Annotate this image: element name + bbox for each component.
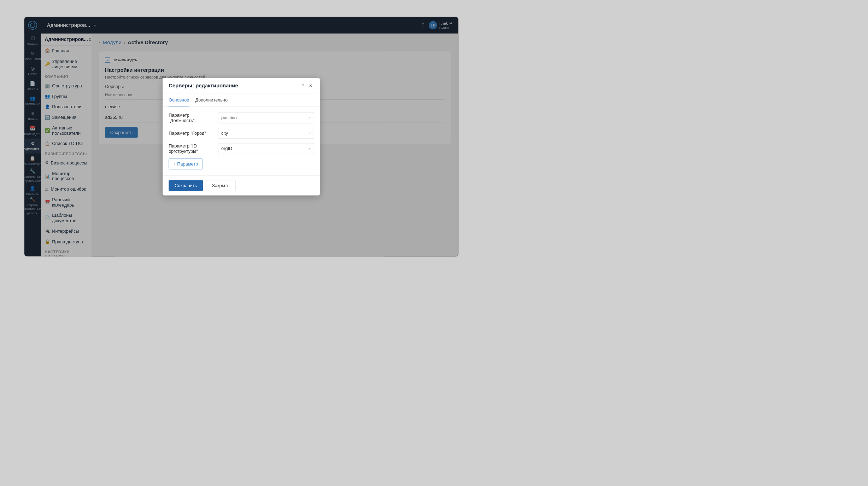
modal-tabs: Основное Дополнительно	[163, 94, 320, 106]
modal-title: Серверы: редактирование	[169, 83, 238, 89]
clear-position-button[interactable]: ×	[305, 115, 314, 120]
form-input-orgid[interactable]	[218, 143, 306, 154]
form-row-city: Параметр "Город" ×	[169, 128, 314, 139]
form-label-city: Параметр "Город"	[169, 131, 213, 136]
form-label-orgid: Параметр "ID оргструктуры"	[169, 143, 213, 154]
form-row-position: Параметр "Должность" ×	[169, 112, 314, 123]
add-param-button[interactable]: + Параметр	[169, 158, 203, 169]
form-input-city[interactable]	[218, 128, 306, 139]
form-input-wrapper-orgid: ×	[218, 143, 314, 154]
form-label-position: Параметр "Должность"	[169, 112, 213, 123]
modal-footer: Сохранить Закрыть	[163, 175, 320, 196]
modal-help-icon[interactable]: ?	[302, 83, 304, 88]
form-input-position[interactable]	[218, 112, 306, 123]
form-input-wrapper-position: ×	[218, 112, 314, 123]
modal-close-button[interactable]: ×	[307, 82, 314, 89]
modal-save-button[interactable]: Сохранить	[169, 180, 203, 191]
modal-tab-basic[interactable]: Основное	[169, 94, 189, 106]
modal-overlay: Серверы: редактирование ? × Основное Доп…	[24, 17, 458, 256]
modal-tab-additional[interactable]: Дополнительно	[195, 94, 228, 106]
form-input-wrapper-city: ×	[218, 128, 314, 139]
modal-header: Серверы: редактирование ? ×	[163, 78, 320, 94]
modal-header-actions: ? ×	[302, 82, 314, 89]
clear-city-button[interactable]: ×	[305, 131, 314, 136]
modal-body: Параметр "Должность" × Параметр "Город" …	[163, 106, 320, 175]
modal: Серверы: редактирование ? × Основное Доп…	[163, 78, 320, 195]
form-row-orgid: Параметр "ID оргструктуры" ×	[169, 143, 314, 154]
clear-orgid-button[interactable]: ×	[305, 146, 314, 151]
modal-close-btn[interactable]: Закрыть	[206, 180, 236, 191]
